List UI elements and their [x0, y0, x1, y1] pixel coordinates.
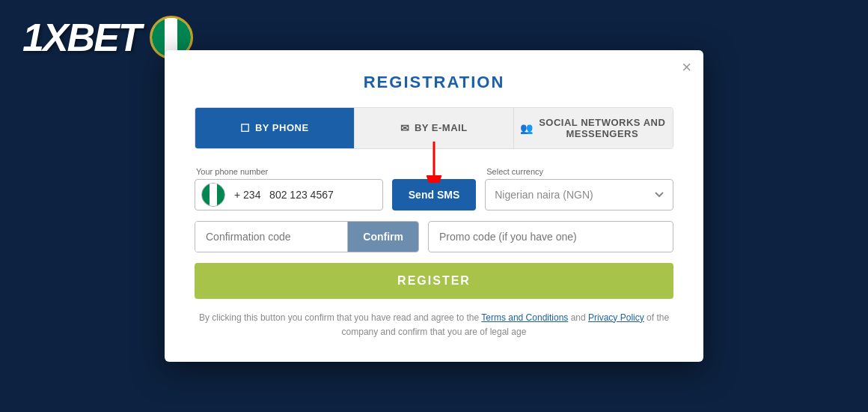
confirmation-row: Confirm — [195, 221, 673, 252]
promo-input[interactable] — [428, 221, 673, 252]
modal-overlay: × REGISTRATION ☐ BY PHONE ✉ BY E-MAIL 👥 … — [0, 0, 868, 412]
currency-label: Select currency — [485, 167, 673, 176]
arrow-annotation — [412, 138, 456, 183]
register-button[interactable]: REGISTER — [195, 263, 673, 299]
confirmation-wrap: Confirm — [195, 221, 419, 252]
registration-modal: × REGISTRATION ☐ BY PHONE ✉ BY E-MAIL 👥 … — [165, 50, 703, 362]
tab-social[interactable]: 👥 SOCIAL NETWORKS AND MESSENGERS — [514, 108, 673, 148]
phone-row: Your phone number — [195, 167, 673, 210]
phone-field-group: Your phone number — [195, 167, 383, 210]
currency-select-wrapper: Nigerian naira (NGN) US Dollar (USD) Eur… — [485, 179, 673, 210]
social-icon: 👥 — [520, 122, 534, 134]
send-sms-button[interactable]: Send SMS — [392, 179, 476, 210]
confirm-button[interactable]: Confirm — [347, 222, 418, 252]
privacy-link[interactable]: Privacy Policy — [588, 312, 644, 323]
phone-label: Your phone number — [195, 167, 383, 176]
send-sms-wrap: Send SMS — [392, 179, 476, 210]
currency-select[interactable]: Nigerian naira (NGN) US Dollar (USD) Eur… — [485, 179, 673, 210]
phone-flag-icon — [201, 183, 225, 207]
confirmation-input[interactable] — [195, 222, 347, 252]
modal-title: REGISTRATION — [195, 73, 673, 92]
phone-input-wrap — [195, 179, 383, 210]
terms-link[interactable]: Terms and Conditions — [481, 312, 568, 323]
currency-field-group: Select currency Nigerian naira (NGN) US … — [485, 167, 673, 210]
modal-footer: By clicking this button you confirm that… — [195, 311, 673, 339]
email-icon: ✉ — [400, 122, 410, 134]
tab-phone[interactable]: ☐ BY PHONE — [195, 108, 355, 148]
phone-input[interactable] — [231, 189, 382, 201]
phone-icon: ☐ — [240, 122, 251, 134]
close-button[interactable]: × — [682, 59, 691, 76]
